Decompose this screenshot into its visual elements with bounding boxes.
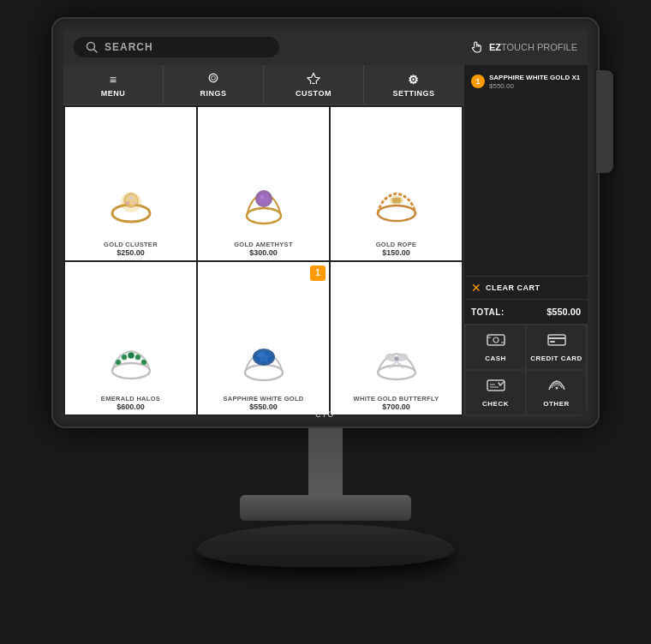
eztouch-profile: EZTOUCH PROFILE — [469, 39, 577, 55]
product-info-gold-cluster: GOLD CLUSTER $250.00 — [69, 241, 193, 257]
svg-point-9 — [125, 201, 129, 206]
product-info-sapphire-white-gold: SAPPHIRE WHITE GOLD $550.00 — [201, 395, 326, 411]
product-name-emerald-halos: EMERALD HALOS — [69, 395, 193, 402]
cart-item-info: SAPPHIRE WHITE GOLD X1 $550.00 — [489, 74, 580, 90]
monitor-body: SEARCH EZTOUCH PROFILE — [51, 17, 600, 428]
svg-point-22 — [128, 352, 134, 359]
svg-point-16 — [378, 206, 415, 221]
cart-item-badge: 1 — [471, 75, 485, 88]
credit-card-icon — [547, 332, 566, 351]
nav-menu[interactable]: ≡ MENU — [63, 65, 164, 104]
product-image-gold-rope — [347, 177, 446, 237]
product-image-sapphire-white-gold — [214, 331, 314, 391]
svg-rect-32 — [487, 335, 505, 345]
product-image-gold-amethyst — [214, 177, 314, 237]
monitor-wrapper: SEARCH EZTOUCH PROFILE — [34, 0, 617, 644]
svg-rect-39 — [487, 380, 505, 391]
product-name-sapphire-white-gold: SAPPHIRE WHITE GOLD — [201, 395, 326, 402]
payment-other-button[interactable]: OTHER — [527, 371, 586, 414]
svg-point-14 — [258, 193, 270, 205]
svg-rect-18 — [392, 198, 401, 203]
nav-rings[interactable]: RINGS — [164, 65, 264, 104]
product-gold-cluster[interactable]: GOLD CLUSTER $250.00 — [65, 107, 196, 260]
nav-settings-label: SETTINGS — [392, 89, 434, 98]
svg-point-10 — [129, 196, 133, 200]
payment-check-button[interactable]: CHECK — [466, 371, 525, 414]
monitor-base — [197, 524, 454, 567]
product-image-emerald-halos — [81, 331, 181, 391]
total-label: TOTAL: — [471, 307, 505, 317]
payment-credit-card-button[interactable]: CREDIT CARD — [527, 325, 586, 369]
settings-icon: ⚙ — [408, 73, 420, 86]
product-price-gold-amethyst: $300.00 — [201, 248, 326, 257]
product-white-gold-butterfly[interactable]: WHITE GOLD BUTTERFLY $700.00 — [331, 262, 462, 415]
ring-svg-gold-amethyst — [234, 183, 294, 230]
cart-item-name: SAPPHIRE WHITE GOLD X1 — [489, 74, 580, 82]
left-panel: ≡ MENU RINGS — [63, 65, 463, 416]
svg-rect-36 — [548, 335, 565, 345]
profile-text: PROFILE — [535, 42, 577, 52]
monitor-neck — [308, 428, 343, 497]
side-attachment — [596, 70, 613, 173]
credit-card-label: CREDIT CARD — [530, 355, 582, 362]
total-row: TOTAL: $550.00 — [464, 299, 588, 324]
product-name-gold-amethyst: GOLD AMETHYST — [201, 241, 326, 248]
svg-point-20 — [115, 359, 121, 365]
monitor-stand — [240, 495, 411, 521]
svg-point-33 — [493, 337, 499, 343]
nav-custom-label: CUSTOM — [296, 89, 331, 98]
ring-svg-sapphire-white-gold — [234, 338, 294, 385]
ring-svg-gold-rope — [367, 183, 427, 230]
ring-svg-emerald-halos — [101, 338, 161, 385]
nav-bar: ≡ MENU RINGS — [63, 65, 463, 105]
other-icon — [547, 378, 566, 397]
product-info-gold-rope: GOLD ROPE $150.00 — [334, 241, 458, 257]
product-name-gold-rope: GOLD ROPE — [334, 241, 458, 248]
product-name-gold-cluster: GOLD CLUSTER — [69, 241, 193, 248]
screen: SEARCH EZTOUCH PROFILE — [63, 29, 588, 416]
product-price-white-gold-butterfly: $700.00 — [334, 402, 458, 411]
check-label: CHECK — [482, 400, 509, 408]
other-label: OTHER — [543, 400, 570, 408]
search-box[interactable]: SEARCH — [74, 37, 279, 57]
hand-touch-icon — [469, 39, 484, 55]
svg-point-25 — [245, 365, 283, 380]
svg-point-3 — [212, 76, 216, 80]
custom-icon — [307, 72, 320, 86]
svg-point-21 — [121, 354, 127, 360]
search-label: SEARCH — [105, 41, 153, 53]
cart-item-row: 1 SAPPHIRE WHITE GOLD X1 $550.00 — [471, 74, 581, 90]
ring-svg-white-gold-butterfly — [367, 338, 427, 385]
product-price-gold-rope: $150.00 — [334, 248, 458, 257]
svg-point-2 — [209, 74, 218, 82]
top-bar: SEARCH EZTOUCH PROFILE — [63, 29, 588, 65]
menu-icon: ≡ — [110, 73, 117, 86]
product-price-sapphire-white-gold: $550.00 — [201, 402, 326, 411]
touch-label: TOUCH — [501, 42, 535, 52]
product-emerald-halos[interactable]: EMERALD HALOS $600.00 — [65, 262, 196, 415]
payment-grid: CASH CREDIT CARD — [464, 324, 588, 416]
rings-icon — [206, 72, 220, 86]
cart-item-price: $550.00 — [489, 82, 580, 90]
svg-line-1 — [94, 50, 98, 53]
product-name-white-gold-butterfly: WHITE GOLD BUTTERFLY — [334, 395, 458, 402]
svg-point-42 — [555, 387, 558, 390]
product-gold-amethyst[interactable]: GOLD AMETHYST $300.00 — [198, 107, 329, 260]
svg-point-11 — [133, 201, 136, 205]
right-panel: 1 SAPPHIRE WHITE GOLD X1 $550.00 ✕ CLEAR… — [463, 65, 588, 416]
total-amount: $550.00 — [546, 307, 581, 317]
payment-cash-button[interactable]: CASH — [466, 325, 525, 369]
svg-marker-4 — [308, 74, 320, 84]
product-image-white-gold-butterfly — [347, 331, 446, 391]
svg-point-24 — [140, 359, 146, 365]
clear-cart-button[interactable]: ✕ CLEAR CART — [464, 276, 588, 299]
product-gold-rope[interactable]: GOLD ROPE $150.00 — [331, 107, 462, 260]
svg-point-30 — [378, 366, 415, 379]
nav-settings[interactable]: ⚙ SETTINGS — [364, 65, 463, 104]
svg-point-23 — [134, 354, 140, 360]
product-sapphire-white-gold[interactable]: 1 — [198, 262, 329, 415]
search-icon — [86, 41, 98, 53]
nav-custom[interactable]: CUSTOM — [264, 65, 364, 104]
check-icon — [487, 378, 505, 397]
profile-label: EZTOUCH PROFILE — [489, 42, 577, 52]
